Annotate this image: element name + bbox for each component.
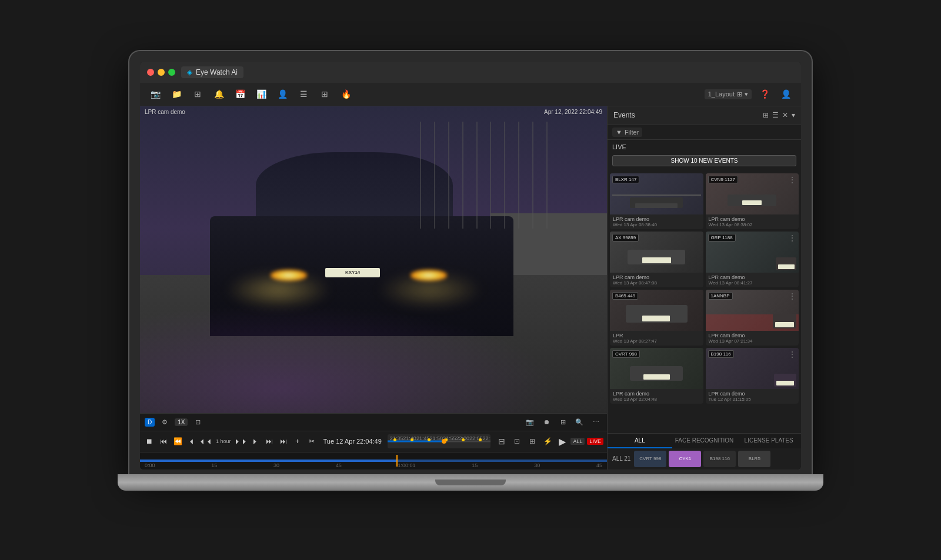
toolbar-user-icon[interactable]: 👤 [778, 86, 794, 102]
events-list-icon[interactable]: ☰ [772, 111, 779, 119]
plate-badge: BLXR 147 [612, 176, 639, 183]
event-timestamp: Wed 13 Apr 08:38:02 [709, 222, 796, 227]
layout-icon[interactable]: ⊞ [556, 415, 569, 428]
snapshot-icon[interactable]: 📷 [523, 415, 536, 428]
list-item[interactable]: BLXR 147 [610, 173, 703, 229]
aspect-ratio-btn[interactable]: ⊡ [510, 435, 523, 448]
toolbar-grid-icon[interactable]: ⊞ [189, 86, 206, 102]
add-marker-btn[interactable]: + [292, 435, 303, 447]
filter-label: Filter [625, 129, 639, 136]
list-item[interactable]: AX 99899 LPR cam demo [610, 232, 703, 287]
laptop-wrapper: ◈ Eye Watch Ai 📷 📁 ⊞ 🔔 📅 📊 👤 ☰ ⊞ 🔥 [118, 51, 823, 509]
more-options-dots[interactable]: ⋮ [788, 234, 796, 242]
list-item[interactable]: CVRT 998 LPR cam demo [610, 348, 703, 404]
skip-back-btn[interactable]: ⏴⏴ [200, 435, 212, 447]
event-camera: LPR cam demo [709, 274, 796, 280]
video-frame[interactable]: LPR cam demo Apr 12, 2022 22:04:49 [140, 106, 607, 413]
next-btn[interactable]: ⏭ [278, 435, 289, 447]
ai-btn[interactable]: ⚡ [541, 435, 554, 448]
events-grid-icon[interactable]: ⊞ [763, 111, 769, 119]
event-timestamp: Wed 13 Apr 22:04:48 [613, 397, 700, 402]
toolbar-flame-icon[interactable]: 🔥 [338, 86, 354, 102]
toolbar-person-icon[interactable]: 👤 [274, 86, 291, 102]
laptop-base [118, 474, 823, 491]
footer-plate-3[interactable]: B198 116 [703, 451, 736, 467]
event-info: LPR cam demo Wed 13 Apr 22:04:48 [610, 389, 703, 404]
close-button[interactable] [147, 69, 154, 76]
timeline-dot [393, 438, 396, 441]
layout-grid-icon: ⊞ [737, 90, 742, 98]
list-item[interactable]: GRP 1188 ⋮ LPR cam demo Wed 13 Apr 08 [706, 232, 799, 287]
toolbar-bell-icon[interactable]: 🔔 [211, 86, 227, 102]
speed-indicator[interactable]: 1X [175, 418, 188, 426]
plate-badge: CVRT 998 [612, 350, 640, 358]
timeline-thumb[interactable] [442, 439, 446, 444]
fast-forward-btn[interactable]: ⏵⏵ [235, 435, 247, 447]
toolbar-apps-icon[interactable]: ⊞ [316, 86, 333, 102]
maximize-button[interactable] [168, 69, 175, 76]
toolbar-folder-icon[interactable]: 📁 [168, 86, 185, 102]
layout-label: 1_Layout [708, 90, 735, 98]
tl2-label-1: 0:00 [145, 462, 155, 468]
all-badge[interactable]: ALL [570, 438, 585, 445]
search-icon[interactable]: 🔍 [573, 415, 586, 428]
live-mode-btn[interactable]: D [145, 418, 155, 427]
events-bottom: ALL FACE RECOGNITION LICENSE PLATES ALL … [608, 433, 801, 470]
list-item[interactable]: B465 449 LPR [610, 290, 703, 346]
timeline-scrubber[interactable]: 21:35 21:40 21:45 21:50 21:55 22:00 22:0… [388, 434, 491, 448]
skip-fwd-btn[interactable]: ⏭ [263, 435, 275, 447]
layout-selector[interactable]: 1_Layout ⊞ ▾ [705, 89, 752, 99]
toolbar-menu-icon[interactable]: ☰ [295, 86, 312, 102]
prev-btn[interactable]: ⏮ [158, 435, 169, 447]
event-camera: LPR cam demo [709, 333, 796, 338]
footer-plate-2[interactable]: CYK1 [669, 451, 701, 467]
more-options-dots[interactable]: ⋮ [788, 292, 796, 300]
footer-plates-row: CVRT 998 CYK1 B198 116 BLR5 [634, 451, 770, 467]
play-btn[interactable]: ▶ [556, 435, 568, 447]
events-expand-icon[interactable]: ▾ [792, 111, 795, 119]
events-footer: ALL 21 CVRT 998 CYK1 B198 116 BLR5 [608, 448, 801, 470]
list-item[interactable]: CVN9 1127 ⋮ [706, 173, 799, 229]
tl2-label-2: 15 [211, 462, 217, 468]
rewind-btn[interactable]: ⏪ [172, 435, 183, 447]
events-header: Events ⊞ ☰ ✕ ▾ [608, 106, 801, 125]
secondary-timeline-labels: 0:00 15 30 45 1:00:01 15 30 45 [140, 462, 607, 468]
zoom-out-btn[interactable]: ⊟ [495, 435, 508, 448]
more-options-dots[interactable]: ⋮ [788, 350, 796, 358]
car-scene: KXY14 [140, 106, 607, 413]
toolbar-camera-icon[interactable]: 📷 [147, 86, 163, 102]
toolbar-help-icon[interactable]: ❓ [756, 86, 773, 102]
trim-btn[interactable]: ✂ [306, 435, 318, 447]
list-item[interactable]: 1ANNBP ⋮ LPR cam demo [706, 290, 799, 346]
tab-all[interactable]: ALL [608, 434, 672, 448]
tab-license-plates[interactable]: LICENSE PLATES [736, 434, 801, 448]
tl2-label-8: 45 [596, 462, 602, 468]
events-panel-title: Events [613, 111, 635, 119]
list-item[interactable]: B198 116 ⋮ LPR cam demo Tue 12 Apr 21 [706, 348, 799, 404]
stop-btn[interactable]: ⏹ [144, 435, 155, 447]
plate-badge: AX 99899 [612, 234, 639, 242]
fullscreen-icon[interactable]: ⊡ [191, 415, 204, 428]
pip-btn[interactable]: ⊞ [526, 435, 539, 448]
main-toolbar: 📷 📁 ⊞ 🔔 📅 📊 👤 ☰ ⊞ 🔥 1_Layout ⊞ ▾ [140, 83, 801, 106]
event-timestamp: Wed 13 Apr 08:27:47 [613, 338, 700, 344]
show-new-events-btn[interactable]: SHOW 10 NEW EVENTS [612, 155, 796, 166]
record-icon[interactable]: ⏺ [540, 415, 553, 428]
footer-plate-1[interactable]: CVRT 998 [634, 451, 666, 467]
settings-icon[interactable]: ⚙ [158, 415, 171, 428]
step-fwd-btn[interactable]: ⏵ [249, 435, 261, 447]
minimize-button[interactable] [158, 69, 165, 76]
more-options-dots[interactable]: ⋮ [788, 176, 796, 184]
toolbar-calendar-icon[interactable]: 📅 [232, 86, 248, 102]
more-options-icon[interactable]: ⋯ [589, 415, 602, 428]
event-camera: LPR [613, 333, 700, 338]
events-close-icon[interactable]: ✕ [782, 111, 788, 119]
toolbar-chart-icon[interactable]: 📊 [253, 86, 269, 102]
step-back-btn[interactable]: ⏴ [186, 435, 198, 447]
filter-button[interactable]: ▼ Filter [612, 128, 642, 137]
video-area: LPR cam demo Apr 12, 2022 22:04:49 [140, 106, 607, 470]
footer-plate-4[interactable]: BLR5 [738, 451, 770, 467]
tab-face-recognition[interactable]: FACE RECOGNITION [672, 434, 737, 448]
secondary-timeline[interactable]: 0:00 15 30 45 1:00:01 15 30 45 [140, 452, 607, 470]
video-controls-bar: D ⚙ 1X ⊡ 📷 ⏺ ⊞ 🔍 ⋯ [140, 413, 607, 431]
